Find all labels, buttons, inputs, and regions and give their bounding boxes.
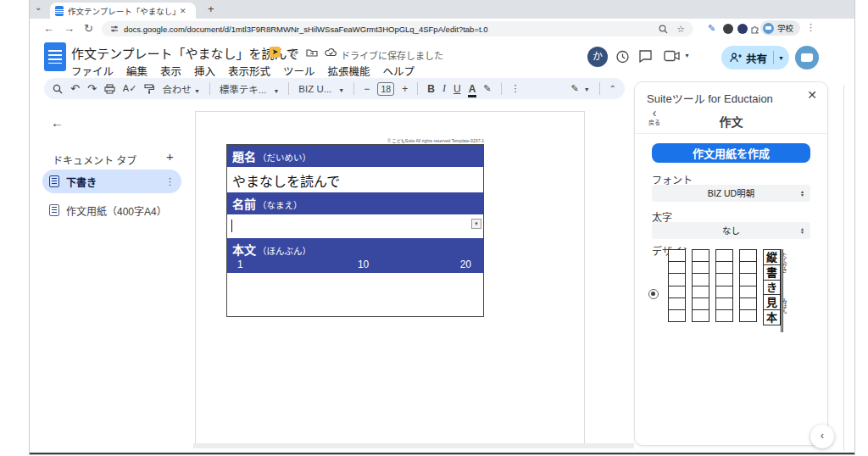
sample-text-column: 縦 書 き 見 本 たてがき みほん [763, 249, 783, 332]
share-dropdown-icon[interactable]: ▼ [778, 55, 784, 61]
comments-icon[interactable] [638, 49, 653, 63]
menu-extensions[interactable]: 拡張機能 [328, 63, 370, 79]
body-header-row: 本文（ほんぶん） 1 10 20 [227, 238, 483, 273]
underline-button[interactable]: U [453, 83, 461, 95]
font-size-input[interactable]: 18 [377, 82, 394, 96]
furigana-text: みほん [781, 298, 788, 314]
extension-icon[interactable] [723, 24, 733, 34]
hide-menus-icon[interactable]: ⌃ [609, 84, 616, 93]
zoom-select[interactable]: 合わせ▼ [162, 82, 199, 96]
design-radio-selected[interactable] [648, 289, 659, 299]
redo-icon[interactable]: ↷ [87, 83, 97, 94]
star-icon[interactable]: ☆ [287, 46, 298, 59]
bold-select[interactable]: なし ▲▼ [652, 222, 810, 239]
cloud-saved-icon[interactable] [325, 47, 337, 57]
design-preview[interactable]: 縦 書 き 見 本 たてがき みほん [668, 249, 787, 332]
sidebar-item-essay-paper[interactable]: 作文用紙（400字A4） [42, 200, 181, 220]
new-tab-button[interactable]: + [208, 3, 214, 15]
essay-title-text[interactable]: やまなしを読んで [232, 170, 340, 191]
tab-search-chevron-icon[interactable]: ⌄ [35, 3, 42, 12]
version-history-icon[interactable] [615, 49, 630, 64]
document-canvas[interactable]: © こどもSuite All rights reserved Template-… [193, 100, 634, 449]
menu-edit[interactable]: 編集 [126, 63, 147, 79]
spellcheck-icon[interactable]: A✓ [123, 83, 137, 94]
name-input-row[interactable]: ▼ [227, 214, 483, 238]
browser-menu-icon[interactable]: ⋮ [806, 22, 815, 33]
grid-column [692, 249, 709, 332]
create-essay-paper-button[interactable]: 作文用紙を作成 [652, 143, 810, 163]
panel-page-title: 作文 [635, 113, 827, 130]
undo-icon[interactable]: ↶ [70, 83, 80, 94]
back-button[interactable]: ← [43, 19, 54, 39]
reload-button[interactable]: ↻ [84, 19, 93, 39]
paragraph-style-select[interactable]: 標準テキ...▼ [220, 82, 280, 96]
toolbar-divider [501, 82, 502, 95]
increase-font-size-button[interactable]: + [402, 84, 408, 94]
highlight-color-icon[interactable]: ✎ [483, 84, 491, 93]
document-title[interactable]: 作文テンプレート「やまなし」を読んで [71, 44, 299, 62]
docs-logo-icon[interactable] [44, 42, 66, 71]
italic-button[interactable]: I [442, 82, 446, 95]
profile-chip[interactable]: 学校 [760, 20, 800, 36]
menu-help[interactable]: ヘルプ [383, 63, 415, 79]
name-dropdown-icon[interactable]: ▼ [471, 219, 481, 229]
tab-close-icon[interactable]: ✕ [180, 7, 186, 15]
forward-button[interactable]: → [64, 19, 75, 39]
ruler-number: 1 [237, 259, 243, 270]
horizontal-scrollbar[interactable] [193, 443, 634, 448]
decrease-font-size-button[interactable]: − [364, 84, 370, 94]
hide-side-panel-button[interactable]: ‹ [810, 425, 834, 448]
menu-format[interactable]: 表示形式 [228, 63, 270, 79]
url-text: docs.google.com/document/d/1mtl3F9R8RMWN… [124, 25, 659, 34]
editing-mode-button[interactable]: ✎ ▼ [570, 83, 589, 94]
menu-view[interactable]: 表示 [160, 63, 181, 79]
text-color-button[interactable]: A [469, 83, 476, 95]
grid-column [739, 249, 757, 332]
extension-icon[interactable] [737, 24, 748, 34]
share-button[interactable]: 共有 ▼ [721, 46, 789, 70]
share-people-icon [730, 53, 742, 63]
document-page[interactable]: © こどもSuite All rights reserved Template-… [195, 111, 585, 447]
title-value-row[interactable]: やまなしを読んで [227, 167, 483, 192]
sample-char: 見 [763, 294, 781, 310]
menu-tools[interactable]: ツール [283, 63, 315, 79]
paint-format-icon[interactable] [144, 84, 154, 94]
move-folder-icon[interactable] [306, 47, 318, 58]
add-tab-button[interactable]: + [166, 149, 174, 164]
video-call-dropdown-icon[interactable]: ▼ [684, 53, 690, 58]
sample-char: 本 [763, 309, 781, 325]
font-select[interactable]: BIZ UD明朝 ▲▼ [652, 185, 810, 202]
site-info-icon[interactable] [110, 25, 119, 33]
url-bar[interactable]: docs.google.com/document/d/1mtl3F9R8RMWN… [102, 21, 693, 36]
more-options-icon[interactable]: ⋮ [511, 83, 520, 94]
zoom-page-icon[interactable] [659, 25, 668, 34]
essay-form-table[interactable]: 題名（だいめい） やまなしを読んで 名前（なまえ） ▼ 本文（ほんぶん） 1 1… [226, 144, 484, 317]
pen-extension-icon[interactable]: ✎ [708, 23, 715, 34]
cursor-highlight-icon: ➤ [270, 47, 281, 58]
font-family-select[interactable]: BIZ U...▼ [298, 84, 344, 94]
sidebar-item-draft[interactable]: 下書き ⋮ [42, 170, 181, 193]
furigana-text: たてがき [781, 253, 788, 273]
user-avatar[interactable]: か [587, 47, 608, 67]
bold-button[interactable]: B [427, 83, 435, 95]
tab-options-icon[interactable]: ⋮ [165, 176, 175, 187]
menu-file[interactable]: ファイル [71, 63, 114, 79]
close-sidebar-arrow-icon[interactable]: ← [51, 115, 64, 130]
panel-divider [635, 133, 827, 134]
extensions-puzzle-icon[interactable] [750, 24, 760, 34]
docs-toolbar: ↶ ↷ A✓ 合わせ▼ 標準テキ...▼ BIZ U...▼ − 18 + B … [44, 78, 625, 99]
video-call-icon[interactable] [664, 50, 681, 62]
unfold-icon: ▲▼ [800, 222, 804, 239]
saved-status[interactable]: ドライブに保存しました [341, 48, 443, 62]
search-icon[interactable] [53, 84, 63, 94]
suite-tool-icon[interactable] [795, 46, 819, 70]
panel-rail-divider [843, 85, 844, 451]
bookmark-star-icon[interactable]: ☆ [676, 24, 685, 35]
body-empty-row[interactable] [227, 273, 483, 316]
panel-title: Suiteツール for Eductaion [647, 90, 773, 106]
document-icon [49, 204, 59, 216]
menu-insert[interactable]: 挿入 [194, 63, 215, 79]
browser-tab[interactable]: 作文テンプレート「やまなし」を読んで ✕ [50, 3, 196, 19]
panel-close-icon[interactable]: ✕ [807, 88, 817, 102]
print-icon[interactable] [104, 84, 115, 94]
